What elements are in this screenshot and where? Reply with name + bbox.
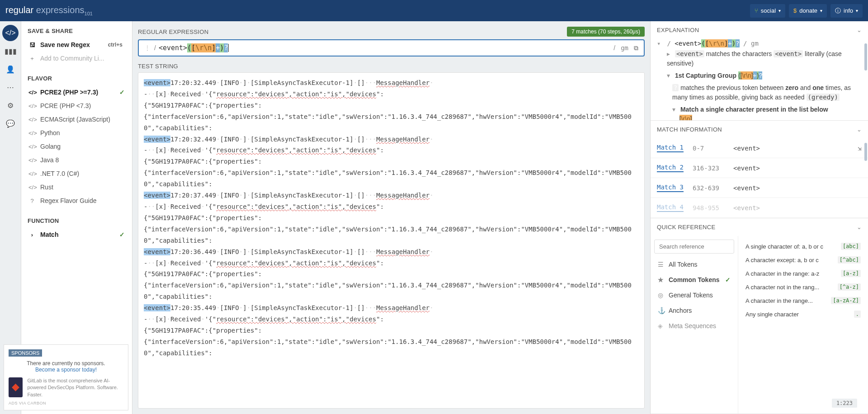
flavor-pcre[interactable]: </>PCRE (PHP <7.3) bbox=[24, 99, 129, 113]
match-row[interactable]: Match 3632-639<event> bbox=[651, 178, 868, 198]
right-panel: EXPLANATION⌄ ▾ / <event>([\r\n]+)? / gm … bbox=[650, 21, 868, 414]
copy-button[interactable]: ⧉ bbox=[632, 42, 640, 54]
main-layout: </> ▮▮▮ 👤 ⋯ ⚙ 💬 SAVE & SHARE 🖫 Save new … bbox=[0, 21, 868, 414]
chevron-down-icon: ▾ bbox=[856, 8, 858, 13]
regex-label: REGULAR EXPRESSION bbox=[138, 28, 208, 35]
match-name: Match 4 bbox=[657, 203, 684, 212]
logo-main: regular bbox=[5, 5, 33, 15]
plus-icon: + bbox=[28, 55, 36, 62]
qref-token-row[interactable]: Any single character. bbox=[741, 307, 865, 321]
code-icon: </> bbox=[28, 157, 36, 164]
flavor-ecmascript[interactable]: </>ECMAScript (JavaScript) bbox=[24, 113, 129, 126]
regex-flags[interactable]: gm bbox=[617, 44, 632, 52]
qref-token-row[interactable]: A character not in the rang...[^a-z] bbox=[741, 280, 865, 294]
flavor-dotnet[interactable]: </>.NET 7.0 (C#) bbox=[24, 167, 129, 180]
qref-cat-general[interactable]: ◎General Tokens bbox=[654, 288, 734, 302]
check-icon: ✓ bbox=[119, 231, 125, 238]
sponsor-text: There are currently no sponsors. bbox=[9, 360, 123, 367]
flavor-guide[interactable]: ?Regex Flavor Guide bbox=[24, 194, 129, 207]
qref-desc: Any single character bbox=[745, 311, 799, 318]
qref-cat-anchors[interactable]: ⚓Anchors bbox=[654, 303, 734, 318]
explanation-header[interactable]: EXPLANATION⌄ bbox=[651, 21, 868, 39]
qref-token-row[interactable]: A single character of: a, b or c[abc] bbox=[741, 240, 865, 253]
chevron-down-icon: ⌄ bbox=[857, 126, 862, 133]
test-string-label: TEST STRING bbox=[138, 63, 645, 70]
chevron-down-icon: ⌄ bbox=[857, 27, 862, 33]
logo-sub: 101 bbox=[85, 11, 93, 16]
tree-toggle-icon[interactable]: ▾ bbox=[672, 105, 679, 114]
scrollbar[interactable] bbox=[864, 143, 867, 161]
export-icon[interactable]: ⇲ bbox=[858, 145, 862, 152]
qref-desc: A character in the range... bbox=[745, 297, 813, 304]
nav-debugger[interactable]: ⋯ bbox=[2, 79, 19, 95]
delim-open: / bbox=[152, 44, 158, 52]
match-name: Match 2 bbox=[657, 164, 684, 172]
tree-toggle-icon[interactable]: ▾ bbox=[667, 71, 673, 80]
target-icon: ◎ bbox=[658, 292, 664, 299]
explanation-panel: EXPLANATION⌄ ▾ / <event>([\r\n]+)? / gm … bbox=[651, 21, 868, 121]
chevron-right-icon: › bbox=[28, 231, 36, 238]
flavor-python[interactable]: </>Python bbox=[24, 126, 129, 140]
sponsor-ad[interactable]: ◆ GitLab is the most comprehensive AI-po… bbox=[9, 377, 123, 398]
qref-token-row[interactable]: A character in the range...[a-zA-Z] bbox=[741, 294, 865, 307]
quick-reference-panel: QUICK REFERENCE⌄ ☰All Tokens ★Common Tok… bbox=[651, 218, 868, 414]
search-reference-input[interactable] bbox=[654, 240, 734, 254]
flavor-golang[interactable]: </>Golang bbox=[24, 140, 129, 153]
tree-toggle-icon[interactable]: ▸ bbox=[667, 49, 673, 59]
match-name: Match 1 bbox=[657, 144, 684, 152]
qref-cat-common[interactable]: ★Common Tokens✓ bbox=[654, 273, 734, 287]
add-community[interactable]: + Add to Community Li... bbox=[24, 52, 129, 65]
drag-handle-icon[interactable]: ⋮ bbox=[142, 44, 152, 52]
function-match[interactable]: ›Match✓ bbox=[24, 228, 129, 241]
qref-desc: A single character of: a, b or c bbox=[745, 243, 823, 250]
match-value: <event> bbox=[733, 204, 760, 212]
logo[interactable]: regular expressions101 bbox=[5, 5, 93, 16]
become-sponsor-link[interactable]: Become a sponsor today! bbox=[35, 367, 97, 373]
match-row[interactable]: Match 4948-955<event> bbox=[651, 198, 868, 218]
regex-content[interactable]: <event>([\r\n]+)? bbox=[158, 42, 612, 54]
nav-settings[interactable]: ⚙ bbox=[2, 97, 19, 113]
flavor-java[interactable]: </>Java 8 bbox=[24, 153, 129, 167]
tree-toggle-icon[interactable]: ▾ bbox=[657, 40, 663, 47]
meta-icon: ◈ bbox=[658, 322, 664, 329]
regex-input[interactable]: ⋮ / <event>([\r\n]+)? / gm ⧉ bbox=[138, 39, 645, 56]
nav-chat[interactable]: 💬 bbox=[2, 115, 19, 132]
donate-button[interactable]: $donate▾ bbox=[789, 4, 827, 18]
social-button[interactable]: ⑂social▾ bbox=[750, 4, 785, 18]
test-string-input[interactable]: <event>17:20:32.449·[INFO·]·[SimpleAsync… bbox=[138, 72, 645, 409]
center-panel: REGULAR EXPRESSION 7 matches (70 steps, … bbox=[132, 21, 650, 414]
save-new-label: Save new Regex bbox=[40, 41, 90, 48]
nav-library[interactable]: ▮▮▮ bbox=[2, 43, 19, 59]
star-icon: ★ bbox=[658, 276, 664, 283]
nav-account[interactable]: 👤 bbox=[2, 61, 19, 77]
match-value: <event> bbox=[733, 165, 760, 172]
match-range: 0-7 bbox=[693, 145, 724, 152]
match-row[interactable]: Match 2316-323<event> bbox=[651, 158, 868, 178]
qref-cat-all[interactable]: ☰All Tokens bbox=[654, 257, 734, 272]
qref-cat-meta[interactable]: ◈Meta Sequences bbox=[654, 319, 734, 333]
gitlab-icon: ◆ bbox=[9, 377, 23, 397]
code-icon: </> bbox=[28, 170, 36, 177]
code-icon: </> bbox=[28, 184, 36, 191]
flavor-rust[interactable]: </>Rust bbox=[24, 180, 129, 194]
qref-code: [^abc] bbox=[838, 256, 861, 263]
scrollbar[interactable] bbox=[864, 43, 867, 71]
flavor-pcre2[interactable]: </>PCRE2 (PHP >=7.3)✓ bbox=[24, 85, 129, 99]
branch-icon: ⑂ bbox=[755, 7, 758, 14]
qref-token-row[interactable]: A character in the range: a-z[a-z] bbox=[741, 267, 865, 280]
match-row[interactable]: Match 10-7<event>⇲ bbox=[651, 138, 868, 158]
list-icon: ☰ bbox=[658, 261, 664, 268]
match-name: Match 3 bbox=[657, 183, 684, 192]
quick-reference-header[interactable]: QUICK REFERENCE⌄ bbox=[651, 218, 868, 236]
match-value: <event> bbox=[733, 184, 760, 192]
info-button[interactable]: ⓘinfo▾ bbox=[830, 4, 863, 18]
nav-editor[interactable]: </> bbox=[2, 25, 19, 41]
qref-desc: A character not in the rang... bbox=[745, 284, 819, 291]
match-info-header[interactable]: MATCH INFORMATION⌄ bbox=[651, 121, 868, 138]
qref-tokens: A single character of: a, b or c[abc]A c… bbox=[738, 236, 868, 414]
qref-desc: A character in the range: a-z bbox=[745, 270, 819, 277]
qref-code: [a-zA-Z] bbox=[831, 297, 861, 304]
qref-token-row[interactable]: A character except: a, b or c[^abc] bbox=[741, 253, 865, 267]
save-new-regex[interactable]: 🖫 Save new Regex ctrl+s bbox=[24, 38, 129, 52]
match-value: <event> bbox=[733, 145, 760, 152]
